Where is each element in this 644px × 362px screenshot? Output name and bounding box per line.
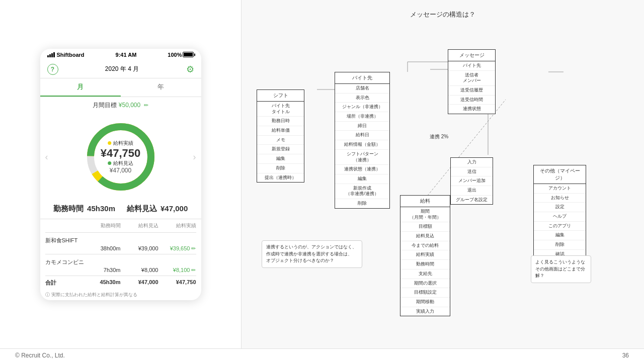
status-time: 9:41 AM bbox=[116, 52, 137, 58]
help-button[interactable]: ? bbox=[47, 64, 58, 75]
table-row: カモメコンビニ 7h30m ¥8,000 ¥8,100 ✏ bbox=[45, 254, 196, 276]
actual-1: ¥39,650 ✏ bbox=[158, 245, 196, 252]
copyright: © Recruit Co., Ltd. bbox=[15, 352, 65, 359]
donut-chart-container: ‹ 給料実績 bbox=[40, 112, 201, 202]
baitosaki-title: バイト先 bbox=[335, 72, 389, 84]
input-box: 入力 送信 メンバー追加 退出 グループ名設定 bbox=[450, 157, 493, 205]
shift-name-1: 新和食SHIFT bbox=[45, 235, 196, 245]
estimate-label2: 給料見込 bbox=[127, 204, 157, 213]
goal-amount: ¥50,000 bbox=[119, 102, 140, 109]
input-item-4: 退出 bbox=[451, 186, 493, 196]
col-work-time: 勤務時間 bbox=[83, 222, 121, 229]
signal-icon bbox=[47, 52, 55, 57]
row-values-2: 7h30m ¥8,000 ¥8,100 ✏ bbox=[45, 267, 196, 274]
shift-table: 勤務時間 給料見込 給料実績 新和食SHIFT 38h00m ¥39,000 ¥… bbox=[40, 219, 201, 290]
input-item-1: 入力 bbox=[451, 158, 493, 167]
other-box: その他（マイページ） アカウント お知らせ 設定 ヘルプ このアプリ 編集 削除… bbox=[533, 165, 586, 259]
battery-percent: 100% bbox=[168, 52, 182, 58]
input-item-2: 送信 bbox=[451, 167, 493, 177]
linkage-label: 連携 2% bbox=[428, 132, 450, 141]
diagram-title: メッセージの構造は？ bbox=[252, 10, 634, 19]
col-name bbox=[45, 222, 83, 229]
footer-note: ⓘ 実際に支払われた給料と給料計算が異なる bbox=[40, 290, 201, 300]
diagram-section: メッセージの構造は？ メッセ bbox=[242, 0, 644, 348]
diagram-canvas: メッセージ バイト先 送信者メンバー 送受信履歴 送受信時間 連携状態 入力 送… bbox=[252, 24, 634, 321]
yellow-dot bbox=[108, 141, 111, 145]
app-header: ? 2020 年 4 月 ⚙ bbox=[40, 61, 201, 78]
donut-chart: 給料実績 ¥47,750 給料見込 ¥47,000 bbox=[80, 117, 161, 197]
salary-box: 給料 期間（月間・年間） 目標額 給料見込 今までの給料 給料実績 勤務時間 支… bbox=[400, 195, 450, 316]
status-left: Shiftboard bbox=[47, 52, 85, 58]
prev-arrow[interactable]: ‹ bbox=[45, 151, 48, 162]
next-arrow[interactable]: › bbox=[193, 151, 196, 162]
tab-monthly[interactable]: 月 bbox=[40, 78, 121, 97]
current-month: 2020 年 4 月 bbox=[105, 65, 139, 73]
monthly-goal: 月間目標 ¥50,000 ✏ bbox=[40, 97, 201, 112]
estimate-amount: ¥47,000 bbox=[101, 167, 141, 174]
total-actual: ¥47,750 bbox=[158, 279, 196, 287]
settings-button[interactable]: ⚙ bbox=[186, 64, 194, 75]
goal-edit-icon[interactable]: ✏ bbox=[144, 102, 148, 108]
shift-title: シフト bbox=[257, 90, 304, 102]
table-row: 新和食SHIFT 38h00m ¥39,000 ¥39,650 ✏ bbox=[45, 233, 196, 254]
msg-item-3: 送受信履歴 bbox=[448, 86, 495, 96]
table-header: 勤務時間 給料見込 給料実績 bbox=[45, 219, 196, 233]
work-summary: 勤務時間 45h30m 給料見込 ¥47,000 bbox=[40, 202, 201, 219]
shift-name-2: カモメコンビニ bbox=[45, 256, 196, 267]
actual-label: 給料実績 bbox=[101, 140, 141, 147]
estimate-1: ¥39,000 bbox=[121, 245, 158, 252]
total-row: 合計 45h30m ¥47,000 ¥47,750 bbox=[45, 276, 196, 290]
msg-item-5: 連携状態 bbox=[448, 105, 495, 114]
salary-title: 給料 bbox=[400, 196, 450, 207]
work-time-1: 38h00m bbox=[83, 245, 121, 252]
green-dot bbox=[108, 161, 111, 165]
shift-box: シフト バイト先タイトル 勤務日時 給料単価 メモ 新規登録 編集 削除 提出（… bbox=[257, 89, 304, 183]
estimate-value: ¥47,000 bbox=[160, 204, 188, 213]
total-estimate: ¥47,000 bbox=[121, 279, 158, 287]
msg-item-1: バイト先 bbox=[448, 61, 495, 71]
goal-label: 月間目標 bbox=[93, 102, 117, 109]
input-item-5: グループ名設定 bbox=[451, 196, 493, 205]
donut-center-text: 給料実績 ¥47,750 給料見込 ¥47,000 bbox=[101, 140, 141, 174]
note-bubble-1: 連携するというのが、アクションではなく、作成時で連携か非連携を選択する場合は、オ… bbox=[262, 240, 362, 268]
actual-amount: ¥47,750 bbox=[101, 147, 141, 160]
estimate-label: 給料見込 bbox=[101, 160, 141, 167]
estimate-2: ¥8,000 bbox=[121, 267, 158, 274]
status-bar: Shiftboard 9:41 AM 100% bbox=[40, 49, 201, 61]
carrier-name: Shiftboard bbox=[57, 52, 85, 58]
battery-indicator: 100% bbox=[168, 52, 194, 58]
phone-section: Shiftboard 9:41 AM 100% ? 2020 年 4 月 ⚙ 月 bbox=[0, 0, 242, 348]
col-actual: 給料実績 bbox=[158, 222, 196, 229]
msg-item-4: 送受信時間 bbox=[448, 96, 495, 105]
message-title: メッセージ bbox=[448, 50, 495, 61]
baitosaki-box: バイト先 店舗名 表示色 ジャンル（非連携） 場所（非連携） 締日 給料日 給料… bbox=[335, 72, 390, 209]
page-footer: © Recruit Co., Ltd. 36 bbox=[0, 348, 644, 362]
battery-icon bbox=[183, 52, 194, 57]
other-title: その他（マイページ） bbox=[534, 165, 586, 184]
work-time-label: 勤務時間 bbox=[53, 204, 84, 213]
page-number: 36 bbox=[622, 352, 629, 359]
actual-2: ¥8,100 ✏ bbox=[158, 267, 196, 274]
total-work-time: 45h30m bbox=[83, 279, 121, 287]
msg-item-2: 送信者メンバー bbox=[448, 71, 495, 86]
row-values-1: 38h00m ¥39,000 ¥39,650 ✏ bbox=[45, 245, 196, 252]
total-label: 合計 bbox=[45, 279, 83, 287]
tab-bar: 月 年 bbox=[40, 78, 201, 97]
col-estimate: 給料見込 bbox=[121, 222, 158, 229]
message-box: メッセージ バイト先 送信者メンバー 送受信履歴 送受信時間 連携状態 bbox=[448, 49, 496, 114]
input-item-3: メンバー追加 bbox=[451, 176, 493, 186]
work-time-value: 45h30m bbox=[87, 204, 115, 213]
work-time-2: 7h30m bbox=[83, 267, 121, 274]
note-bubble-2: よく見るこういうようなその他画面はどこまで分解？ bbox=[531, 255, 591, 283]
phone-frame: Shiftboard 9:41 AM 100% ? 2020 年 4 月 ⚙ 月 bbox=[40, 49, 201, 300]
info-icon: ⓘ bbox=[45, 292, 50, 298]
tab-yearly[interactable]: 年 bbox=[121, 78, 201, 97]
